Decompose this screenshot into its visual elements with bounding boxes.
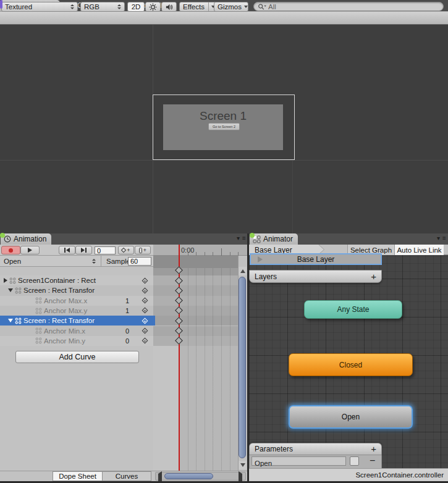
play-button[interactable] [20,246,40,254]
go-to-screen2-button[interactable]: Go to Screen 2 [208,123,240,130]
any-state-label: Any State [337,305,369,314]
remove-parameter-button[interactable]: − [370,455,375,466]
scroll-up-button[interactable] [239,267,247,275]
row-keyframe-icon[interactable] [142,317,148,324]
add-event-button[interactable]: + [135,246,151,254]
tab-animator-label: Animator [263,235,293,243]
property-row-screen-rect-selected[interactable]: Screen : Rect Transfor [0,316,153,326]
auto-live-link-button[interactable]: Auto Live Link [394,245,444,255]
row-value: 1 [125,297,139,304]
gizmos-dropdown[interactable]: Gizmos [214,2,248,12]
row-keyframe-icon[interactable] [142,338,148,344]
scene-search[interactable] [253,2,444,11]
controller-name: Screen1Container.controller [355,471,444,479]
row-label: Anchor Min.y [44,337,85,345]
row-keyframe-icon[interactable] [142,287,148,293]
state-node-open[interactable]: Open [289,405,413,429]
record-icon [9,248,13,253]
property-row-anchor-min-y[interactable]: Anchor Min.y 0 [0,336,153,346]
row-value: 1 [125,307,139,314]
row-label: Anchor Max.x [44,297,87,304]
2d-toggle-button[interactable]: 2D [127,2,145,12]
unity-editor: # Scene Game Console Textured RGB 2D [0,0,448,483]
add-keyframe-button[interactable]: + [118,246,134,254]
rect-transform-icon [35,337,42,344]
animator-status-bar: Screen1Container.controller [249,468,448,481]
state-node-closed[interactable]: Closed [289,353,413,376]
clip-name: Open [4,258,21,265]
add-parameter-button[interactable]: + [371,445,376,453]
search-input[interactable] [268,3,423,10]
foldout-expanded-icon[interactable] [8,319,13,322]
property-row-anchor-max-x[interactable]: Anchor Max.x 1 [0,296,153,306]
screen1-title: Screen 1 [163,109,283,123]
layers-bar[interactable]: Layers + [249,270,382,283]
tab-animation-label: Animation [14,235,46,243]
scene-grid-vline2 [292,160,293,233]
last-key-button[interactable] [75,246,92,254]
property-row-screen-rect[interactable]: Screen : Rect Transfor [0,285,153,295]
parameter-name-field[interactable] [251,456,346,466]
row-value: 0 [125,337,139,345]
horizontal-scroll-thumb[interactable] [164,473,213,479]
effects-dropdown[interactable]: Effects [179,2,218,12]
clip-dropdown[interactable]: Open [0,256,101,267]
select-graph-label: Select Graph [350,246,392,254]
parameter-checkbox[interactable] [350,456,359,466]
animation-menu-lines-icon[interactable]: ≡ [242,235,246,242]
plus-glyph: + [143,248,146,253]
property-row-screen1container[interactable]: Screen1Container : Rect [0,275,153,285]
row-keyframe-icon[interactable] [142,308,148,314]
sample-rate-field[interactable] [128,257,151,266]
dropdown-arrows-icon [92,259,96,264]
add-curve-button[interactable]: Add Curve [15,351,139,363]
scene-audio-button[interactable] [161,2,177,12]
animation-menu-caret-icon[interactable]: ▾ [237,235,240,242]
scene-lighting-button[interactable] [145,2,161,12]
auto-live-link-label: Auto Live Link [397,246,441,254]
row-keyframe-icon[interactable] [142,298,148,304]
animator-menu-lines-icon[interactable]: ≡ [442,235,446,242]
row-label: Anchor Min.x [44,327,85,335]
row-label: Screen : Rect Transfor [23,287,95,294]
foldout-expanded-icon[interactable] [8,288,13,292]
curves-tab[interactable]: Curves [102,471,151,481]
parameters-bar[interactable]: Parameters + [249,443,382,455]
add-layer-button[interactable]: + [371,272,376,281]
dropdown-arrows-icon [70,4,74,9]
scroll-up-icon [240,269,245,273]
rect-transform-icon [9,277,16,284]
state-node-any-state[interactable]: Any State [304,300,402,319]
render-channels-dropdown[interactable]: RGB [80,2,125,12]
animation-rows: Screen1Container : Rect Screen : Rect Tr… [0,275,153,346]
animator-indicator-dot [250,233,255,238]
dope-sheet-tab-label: Dope Sheet [59,472,96,480]
first-key-button[interactable] [59,246,75,254]
skip-start-icon [64,248,66,253]
row-keyframe-icon[interactable] [142,277,148,284]
vertical-scroll-thumb[interactable] [239,277,246,458]
shading-mode-dropdown[interactable]: Textured [1,2,78,12]
animation-indicator-dot [0,233,5,238]
event-marker-icon [139,248,142,253]
property-row-anchor-max-y[interactable]: Anchor Max.y 1 [0,306,153,316]
effects-label: Effects [183,3,205,10]
property-row-anchor-min-x[interactable]: Anchor Min.x 0 [0,326,153,335]
row-keyframe-icon[interactable] [142,328,148,334]
parameters-label: Parameters [255,445,293,453]
tab-animator[interactable]: Animator [250,233,298,245]
animator-menu-caret-icon[interactable]: ▾ [437,235,440,242]
speaker-icon [165,3,173,11]
dope-sheet-header-band [153,256,238,268]
foldout-collapsed-icon[interactable] [4,278,7,283]
parameter-name-input[interactable] [252,460,345,468]
frame-field[interactable] [95,246,116,254]
row-value: 0 [125,327,139,335]
dope-sheet-tab[interactable]: Dope Sheet [53,471,103,481]
base-layer-item[interactable]: Base Layer [250,253,382,265]
sun-icon [149,3,157,11]
ruler-time-label: 0:00 [181,246,194,254]
record-button[interactable] [1,246,20,254]
tab-animation[interactable]: Animation [1,233,51,245]
scroll-down-button[interactable] [239,461,247,469]
